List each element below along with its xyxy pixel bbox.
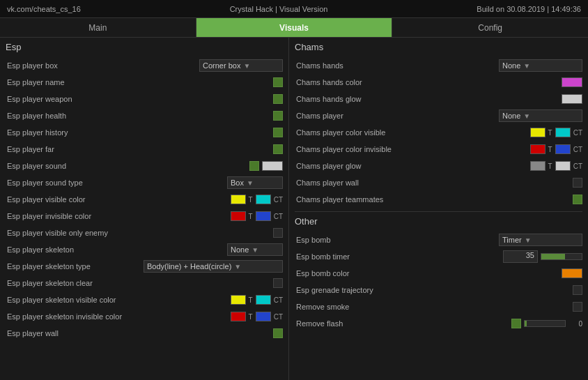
row-esp-player-invisible-color: Esp player invisible color T CT — [6, 208, 283, 224]
checkbox-esp-player-skeleton-clear[interactable] — [273, 278, 283, 288]
checkbox-esp-player-history[interactable] — [273, 128, 283, 137]
row-esp-player-weapon: Esp player weapon — [6, 91, 283, 107]
color-t-skeleton-visible[interactable] — [231, 295, 246, 305]
row-chams-hands: Chams hands None ▼ — [295, 58, 582, 73]
dropdown-esp-player-skeleton-type[interactable]: Body(line) + Head(circle) ▼ — [144, 260, 283, 273]
ct-label-chams-glow: CT — [573, 162, 582, 170]
row-esp-player-far: Esp player far — [6, 142, 283, 157]
control-chams-player-color-visible: T CT — [530, 128, 582, 137]
row-esp-player-wall: Esp player wall — [6, 326, 283, 341]
control-esp-player-sound-type: Box ▼ — [227, 176, 283, 189]
checkbox-remove-smoke[interactable] — [573, 302, 582, 312]
dropdown-arrow-skeleton-type: ▼ — [234, 263, 241, 271]
control-esp-player-sound — [249, 161, 283, 171]
checkbox-esp-player-sound[interactable] — [249, 161, 259, 171]
label-esp-player-name: Esp player name — [6, 78, 273, 86]
row-esp-player-skeleton-type: Esp player skeleton type Body(line) + He… — [6, 259, 283, 274]
dropdown-esp-player-skeleton[interactable]: None ▼ — [227, 243, 283, 256]
slider-remove-flash[interactable] — [524, 320, 566, 327]
color-t-skeleton-invisible[interactable] — [231, 312, 246, 321]
control-esp-player-visible-only-enemy — [273, 228, 283, 238]
label-chams-player-teammates: Chams player teammates — [295, 195, 573, 204]
control-esp-bomb-timer: 35 — [503, 250, 582, 263]
control-chams-player-glow: T CT — [530, 161, 582, 171]
checkbox-esp-grenade-trajectory[interactable] — [573, 285, 582, 295]
dropdown-chams-hands[interactable]: None ▼ — [499, 59, 582, 72]
slider-esp-bomb-timer[interactable] — [541, 253, 582, 260]
dropdown-esp-player-box[interactable]: Corner box ▼ — [199, 59, 283, 72]
dropdown-arrow-skeleton: ▼ — [252, 246, 258, 254]
chams-title: Chams — [295, 42, 582, 54]
row-esp-bomb: Esp bomb Timer ▼ — [295, 232, 582, 248]
checkbox-esp-player-wall[interactable] — [273, 328, 283, 338]
ct-label-invisible: CT — [274, 213, 283, 220]
color-ct-chams-visible[interactable] — [555, 128, 571, 137]
row-chams-player: Chams player None ▼ — [295, 108, 582, 123]
t-label-skeleton-visible: T — [249, 296, 253, 304]
color-ct-visible[interactable] — [256, 195, 271, 204]
color-chams-hands-glow[interactable] — [562, 94, 582, 104]
label-esp-player-visible-color: Esp player visible color — [6, 195, 231, 204]
checkbox-esp-player-visible-only-enemy[interactable] — [273, 228, 283, 238]
label-esp-player-skeleton-clear: Esp player skeleton clear — [6, 279, 273, 287]
dropdown-esp-bomb[interactable]: Timer ▼ — [499, 234, 582, 246]
color-t-visible[interactable] — [231, 195, 246, 204]
color-ct-skeleton-visible[interactable] — [256, 295, 271, 305]
t-label-chams-glow: T — [548, 162, 552, 170]
label-esp-player-history: Esp player history — [6, 128, 273, 137]
dropdown-arrow-chams-player: ▼ — [523, 112, 530, 120]
content-area: Esp Esp player box Corner box ▼ Esp play… — [0, 38, 588, 380]
row-chams-hands-color: Chams hands color — [295, 75, 582, 90]
control-esp-player-history — [273, 128, 283, 137]
control-chams-hands-color — [562, 77, 582, 87]
row-esp-player-sound: Esp player sound — [6, 158, 283, 174]
color-esp-player-sound[interactable] — [262, 161, 283, 171]
color-chams-hands[interactable] — [562, 77, 582, 87]
label-esp-bomb: Esp bomb — [295, 236, 499, 244]
color-ct-chams-invisible[interactable] — [555, 144, 571, 154]
label-chams-player-color-invisible: Chams player color invisible — [295, 145, 530, 153]
slider-fill-remove-flash — [525, 321, 527, 326]
label-chams-hands: Chams hands — [295, 61, 499, 70]
control-esp-player-box: Corner box ▼ — [199, 59, 283, 72]
checkbox-chams-player-wall[interactable] — [573, 178, 582, 188]
tab-main[interactable]: Main — [0, 18, 196, 37]
row-esp-player-skeleton: Esp player skeleton None ▼ — [6, 242, 283, 257]
color-t-chams-glow[interactable] — [530, 161, 546, 171]
tab-visuals[interactable]: Visuals — [196, 18, 393, 37]
color-t-chams-invisible[interactable] — [530, 144, 546, 154]
row-esp-player-skeleton-clear: Esp player skeleton clear — [6, 275, 283, 291]
color-ct-skeleton-invisible[interactable] — [256, 312, 271, 321]
color-ct-chams-glow[interactable] — [555, 161, 571, 171]
slider-val-remove-flash: 0 — [568, 320, 582, 328]
checkbox-esp-player-health[interactable] — [273, 111, 283, 121]
control-esp-player-invisible-color: T CT — [231, 211, 283, 221]
control-esp-grenade-trajectory — [573, 285, 582, 295]
ct-label-visible: CT — [274, 196, 283, 204]
label-esp-player-sound-type: Esp player sound type — [6, 178, 227, 187]
checkbox-esp-player-weapon[interactable] — [273, 94, 283, 104]
tab-config[interactable]: Config — [392, 18, 588, 37]
input-esp-bomb-timer[interactable]: 35 — [503, 250, 538, 263]
checkbox-chams-player-teammates[interactable] — [573, 195, 582, 204]
control-esp-player-health — [273, 111, 283, 121]
top-left-text: vk.com/cheats_cs_16 — [7, 5, 81, 13]
esp-panel: Esp Esp player box Corner box ▼ Esp play… — [0, 38, 289, 380]
control-chams-hands: None ▼ — [499, 59, 582, 72]
control-esp-bomb-color — [562, 268, 582, 278]
row-esp-player-health: Esp player health — [6, 108, 283, 123]
checkbox-esp-player-far[interactable] — [273, 144, 283, 154]
label-esp-player-invisible-color: Esp player invisible color — [6, 212, 231, 220]
color-t-chams-visible[interactable] — [530, 128, 546, 137]
checkbox-esp-player-name[interactable] — [273, 77, 283, 87]
ct-label-chams-visible: CT — [573, 129, 582, 137]
label-esp-grenade-trajectory: Esp grenade trajectory — [295, 286, 573, 294]
color-t-invisible[interactable] — [231, 211, 246, 221]
dropdown-chams-player[interactable]: None ▼ — [499, 109, 582, 122]
dropdown-esp-player-sound-type[interactable]: Box ▼ — [227, 176, 283, 189]
label-chams-hands-glow: Chams hands glow — [295, 95, 562, 103]
color-esp-bomb[interactable] — [562, 268, 582, 278]
label-esp-player-weapon: Esp player weapon — [6, 95, 273, 103]
color-ct-invisible[interactable] — [256, 211, 271, 221]
checkbox-remove-flash[interactable] — [511, 319, 521, 328]
